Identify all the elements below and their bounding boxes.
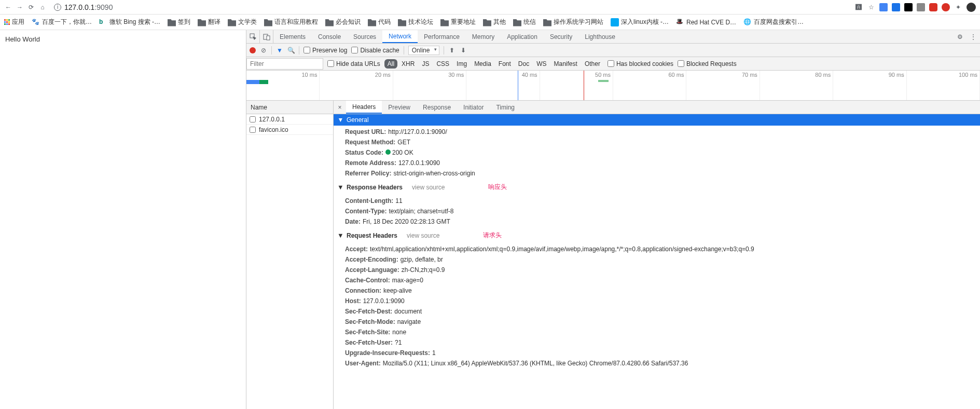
- detail-tab-preview[interactable]: Preview: [382, 101, 417, 114]
- view-source-link[interactable]: view source: [407, 232, 439, 239]
- header-row: Accept-Language:zh-CN,zh;q=0.9: [334, 265, 980, 275]
- bookmark-item[interactable]: 🐾百度一下，你就…: [32, 18, 92, 26]
- disable-cache-checkbox[interactable]: Disable cache: [351, 47, 399, 54]
- search-icon[interactable]: 🔍: [287, 47, 295, 54]
- hide-data-urls-checkbox[interactable]: Hide data URLs: [327, 60, 380, 67]
- filter-icon[interactable]: ▼: [276, 47, 283, 54]
- bookmark-item[interactable]: 🌐百度网盘搜索引…: [743, 18, 804, 26]
- more-icon[interactable]: ⋮: [967, 30, 980, 44]
- request-headers-section[interactable]: Request Headers view source 请求头: [334, 228, 980, 243]
- detail-tab-response[interactable]: Response: [417, 101, 457, 114]
- header-row: Accept-Encoding:gzip, deflate, br: [334, 254, 980, 265]
- filter-pill-media[interactable]: Media: [471, 59, 494, 69]
- filter-pill-other[interactable]: Other: [582, 59, 603, 69]
- devtools-tab-memory[interactable]: Memory: [466, 30, 501, 43]
- bookmark-item[interactable]: 重要地址: [440, 18, 476, 26]
- ext-icon[interactable]: [879, 3, 888, 11]
- apps-button[interactable]: 应用: [4, 18, 24, 26]
- filter-pill-manifest[interactable]: Manifest: [551, 59, 581, 69]
- network-timeline[interactable]: 10 ms20 ms30 ms40 ms50 ms60 ms70 ms80 ms…: [246, 71, 980, 101]
- clear-icon[interactable]: ⊘: [260, 47, 267, 54]
- filter-pill-img[interactable]: Img: [453, 59, 470, 69]
- filter-input[interactable]: [246, 58, 323, 70]
- header-row: Content-Type:text/plain; charset=utf-8: [334, 206, 980, 216]
- bookmark-item[interactable]: 操作系统学习网站: [543, 18, 603, 26]
- detail-tab-headers[interactable]: Headers: [346, 101, 382, 114]
- back-icon[interactable]: ←: [4, 3, 12, 11]
- star-icon[interactable]: ☆: [867, 3, 875, 11]
- bookmark-item[interactable]: 翻译: [198, 18, 220, 26]
- bookmark-item[interactable]: b微软 Bing 搜索 -…: [99, 18, 160, 26]
- devtools-tab-network[interactable]: Network: [382, 30, 418, 43]
- filter-pill-font[interactable]: Font: [495, 59, 514, 69]
- download-icon[interactable]: ⬇: [460, 47, 467, 54]
- bookmark-item[interactable]: 技术论坛: [398, 18, 433, 26]
- filter-pill-css[interactable]: CSS: [433, 59, 452, 69]
- throttle-select[interactable]: Online: [408, 46, 440, 55]
- devtools-tab-performance[interactable]: Performance: [418, 30, 466, 43]
- home-icon[interactable]: ⌂: [38, 3, 47, 11]
- settings-icon[interactable]: ⚙: [953, 30, 967, 44]
- filter-pill-ws[interactable]: WS: [533, 59, 549, 69]
- ext-icon[interactable]: [929, 3, 937, 11]
- request-row[interactable]: favicon.ico: [246, 125, 333, 135]
- url-text: 127.0.0.1:9090: [64, 3, 113, 11]
- detail-tab-timing[interactable]: Timing: [490, 101, 521, 114]
- has-blocked-cookies-checkbox[interactable]: Has blocked cookies: [608, 60, 673, 67]
- filter-pill-xhr[interactable]: XHR: [398, 59, 418, 69]
- request-list-header[interactable]: Name: [246, 101, 333, 114]
- devtools-tab-lighthouse[interactable]: Lighthouse: [578, 30, 622, 43]
- header-row: Sec-Fetch-Mode:navigate: [334, 317, 980, 327]
- address-bar[interactable]: i 127.0.0.1:9090: [50, 3, 851, 11]
- header-row: User-Agent:Mozilla/5.0 (X11; Linux x86_6…: [334, 358, 980, 369]
- filter-pill-doc[interactable]: Doc: [515, 59, 532, 69]
- preserve-log-checkbox[interactable]: Preserve log: [303, 47, 347, 54]
- view-source-link[interactable]: view source: [412, 184, 445, 191]
- close-detail-icon[interactable]: ×: [334, 104, 346, 111]
- ext-icon[interactable]: [942, 3, 950, 11]
- ext-icon[interactable]: [892, 3, 900, 11]
- extension-icons: 🅰 ☆ ✦: [854, 3, 976, 12]
- annotation-response: 响应头: [488, 183, 507, 192]
- devtools-tab-application[interactable]: Application: [501, 30, 544, 43]
- inspect-icon[interactable]: [246, 30, 260, 44]
- request-list: Name 127.0.0.1favicon.ico: [246, 101, 334, 409]
- site-info-icon[interactable]: i: [54, 4, 61, 11]
- detail-tabs: × HeadersPreviewResponseInitiatorTiming: [334, 101, 980, 114]
- reload-icon[interactable]: ⟳: [27, 3, 35, 11]
- bookmark-item[interactable]: 统信: [513, 18, 536, 26]
- bookmark-item[interactable]: 🎩Red Hat CVE D…: [676, 18, 736, 26]
- response-headers-section[interactable]: Response Headers view source 响应头: [334, 180, 980, 195]
- devtools-tab-sources[interactable]: Sources: [347, 30, 382, 43]
- avatar[interactable]: [967, 3, 976, 12]
- ext-icon[interactable]: [904, 3, 913, 11]
- general-section-header[interactable]: General: [334, 114, 980, 126]
- extensions-icon[interactable]: ✦: [954, 3, 962, 11]
- bookmark-item[interactable]: 签到: [168, 18, 190, 26]
- devtools-tab-elements[interactable]: Elements: [273, 30, 312, 43]
- bookmark-item[interactable]: 深入linux内核 -…: [611, 18, 669, 26]
- device-toggle-icon[interactable]: [260, 30, 273, 44]
- ext-icon[interactable]: [917, 3, 925, 11]
- bookmark-item[interactable]: 必会知识: [325, 18, 361, 26]
- record-button[interactable]: [250, 47, 256, 53]
- blocked-requests-checkbox[interactable]: Blocked Requests: [678, 60, 737, 67]
- header-row: Upgrade-Insecure-Requests:1: [334, 348, 980, 358]
- bookmark-item[interactable]: 语言和应用教程: [264, 18, 318, 26]
- devtools-tab-security[interactable]: Security: [544, 30, 578, 43]
- header-row: Remote Address:127.0.0.1:9090: [334, 158, 980, 168]
- detail-tab-initiator[interactable]: Initiator: [457, 101, 490, 114]
- upload-icon[interactable]: ⬆: [448, 47, 456, 54]
- forward-icon[interactable]: →: [16, 3, 24, 11]
- header-row: Cache-Control:max-age=0: [334, 275, 980, 285]
- filter-pill-js[interactable]: JS: [419, 59, 432, 69]
- bookmark-item[interactable]: 其他: [483, 18, 506, 26]
- browser-toolbar: ← → ⟳ ⌂ i 127.0.0.1:9090 🅰 ☆ ✦: [0, 0, 980, 15]
- bookmark-item[interactable]: 文学类: [228, 18, 257, 26]
- translate-icon[interactable]: 🅰: [854, 3, 863, 11]
- request-row[interactable]: 127.0.0.1: [246, 114, 333, 125]
- bookmark-item[interactable]: 代码: [368, 18, 391, 26]
- network-toolbar: ⊘ ▼ 🔍 Preserve log Disable cache Online …: [246, 44, 980, 57]
- devtools-tab-console[interactable]: Console: [312, 30, 347, 43]
- filter-pill-all[interactable]: All: [384, 59, 397, 69]
